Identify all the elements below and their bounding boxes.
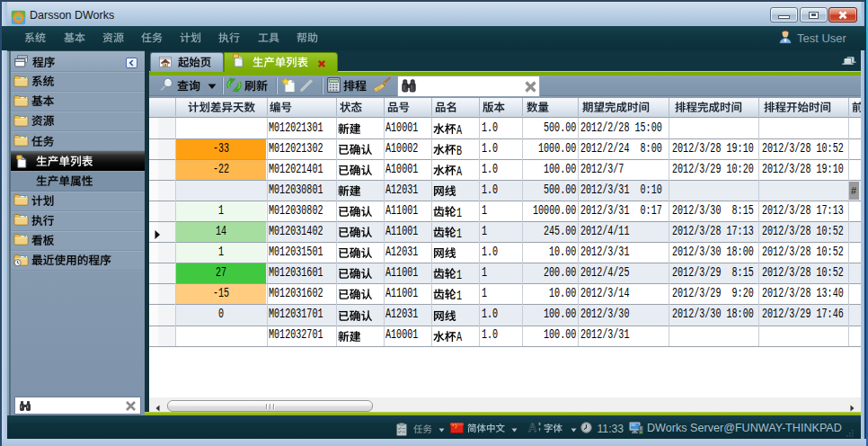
svg-text:A: A <box>528 422 536 433</box>
